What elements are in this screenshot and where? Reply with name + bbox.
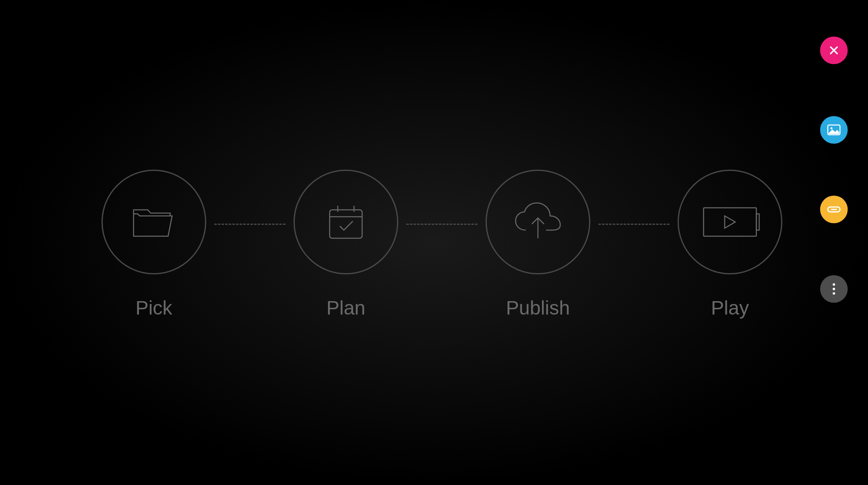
svg-point-13 (833, 283, 835, 286)
image-icon (827, 124, 841, 136)
folder-icon (130, 202, 178, 242)
link-icon (827, 205, 841, 214)
svg-point-15 (833, 292, 835, 295)
step-circle (101, 170, 206, 274)
workflow-steps: Pick Plan Publish (101, 170, 782, 319)
svg-rect-6 (756, 214, 759, 230)
connector (406, 224, 477, 225)
step-label: Publish (506, 297, 570, 319)
step-circle (294, 170, 398, 274)
step-plan[interactable]: Plan (294, 170, 398, 319)
connector (214, 224, 285, 225)
connector (598, 224, 669, 225)
step-circle (678, 170, 782, 274)
step-play[interactable]: Play (678, 170, 782, 319)
step-label: Plan (326, 297, 365, 319)
play-screen-icon (700, 202, 760, 242)
step-pick[interactable]: Pick (101, 170, 206, 319)
side-action-buttons (820, 37, 848, 303)
close-button[interactable] (820, 37, 848, 64)
more-vertical-icon (832, 282, 836, 295)
svg-rect-5 (704, 208, 756, 236)
cloud-upload-icon (512, 200, 564, 244)
calendar-check-icon (324, 200, 368, 244)
step-publish[interactable]: Publish (486, 170, 590, 319)
step-circle (486, 170, 590, 274)
svg-rect-0 (330, 210, 362, 238)
svg-point-14 (833, 288, 835, 290)
link-button[interactable] (820, 196, 848, 223)
more-button[interactable] (820, 275, 848, 303)
step-label: Pick (136, 297, 173, 319)
image-button[interactable] (820, 116, 848, 144)
svg-point-10 (831, 127, 833, 129)
close-icon (828, 45, 840, 56)
step-label: Play (711, 297, 749, 319)
